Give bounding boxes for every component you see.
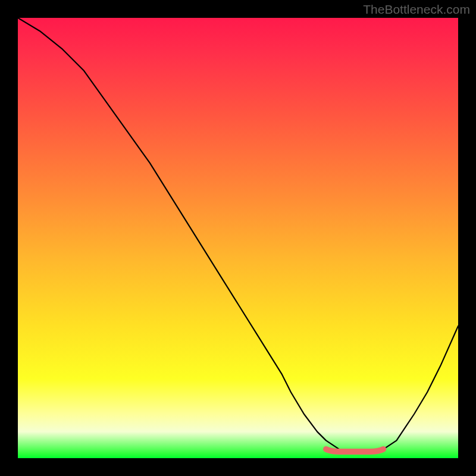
plot-area bbox=[18, 18, 458, 458]
watermark-text: TheBottleneck.com bbox=[363, 2, 470, 17]
min-region-marker bbox=[326, 449, 383, 452]
curve-svg bbox=[18, 18, 458, 458]
bottleneck-curve bbox=[18, 18, 458, 454]
chart-frame: TheBottleneck.com bbox=[0, 0, 476, 476]
